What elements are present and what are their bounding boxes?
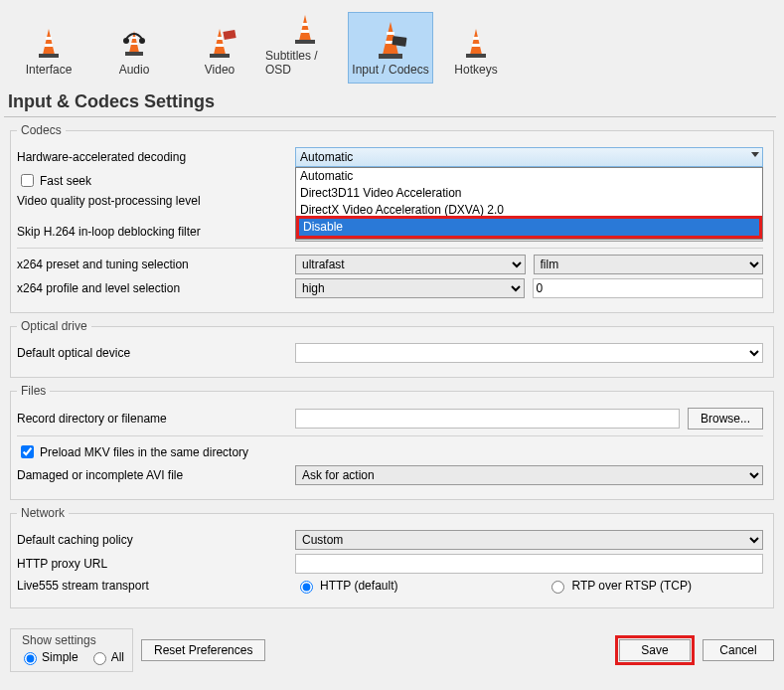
- svg-marker-0: [43, 29, 55, 55]
- svg-rect-7: [125, 52, 143, 56]
- fast-seek-checkbox-input[interactable]: [21, 174, 34, 187]
- live555-label: Live555 stream transport: [17, 579, 295, 593]
- svg-rect-3: [39, 54, 59, 58]
- tab-label: Interface: [26, 63, 73, 77]
- cone-card-icon: [370, 19, 411, 61]
- tab-video[interactable]: Video: [177, 18, 262, 84]
- svg-rect-27: [466, 54, 486, 58]
- group-legend: Network: [17, 506, 69, 520]
- svg-rect-2: [45, 44, 53, 47]
- footer: Show settings Simple All Reset Preferenc…: [0, 620, 784, 684]
- show-settings-simple-radio[interactable]: Simple: [19, 649, 78, 665]
- svg-rect-13: [210, 54, 230, 58]
- svg-rect-5: [131, 37, 137, 39]
- group-legend: Optical drive: [17, 319, 91, 333]
- hw-decode-popup: Automatic Direct3D11 Video Acceleration …: [295, 167, 763, 240]
- reset-preferences-button[interactable]: Reset Preferences: [141, 639, 265, 661]
- x264-profile-select[interactable]: high: [295, 278, 525, 298]
- x264-preset-label: x264 preset and tuning selection: [17, 258, 295, 271]
- svg-rect-20: [387, 32, 394, 35]
- group-codecs: Codecs Hardware-accelerated decoding Aut…: [10, 123, 774, 313]
- svg-marker-24: [470, 29, 482, 55]
- group-optical: Optical drive Default optical device: [10, 319, 774, 378]
- tab-subtitles-osd[interactable]: Subtitles / OSD: [262, 4, 348, 84]
- live555-http-radio-input[interactable]: [300, 581, 313, 594]
- tab-input-codecs[interactable]: Input / Codecs: [348, 12, 433, 84]
- svg-rect-14: [223, 30, 235, 40]
- hw-decode-label: Hardware-accelerated decoding: [17, 150, 295, 164]
- svg-rect-26: [472, 44, 480, 47]
- default-optical-label: Default optical device: [17, 346, 295, 360]
- preload-mkv-label: Preload MKV files in the same directory: [40, 445, 248, 459]
- tab-hotkeys[interactable]: Hotkeys: [433, 18, 519, 84]
- hw-decode-option-dxva2[interactable]: DirectX Video Acceleration (DXVA) 2.0: [296, 202, 762, 216]
- vqpp-label: Video quality post-processing level: [17, 194, 295, 208]
- preload-mkv-checkbox[interactable]: Preload MKV files in the same directory: [17, 442, 248, 461]
- default-optical-select[interactable]: [295, 343, 763, 363]
- record-dir-input[interactable]: [295, 409, 680, 429]
- live555-http-radio[interactable]: HTTP (default): [295, 578, 397, 594]
- tab-label: Input / Codecs: [352, 63, 428, 77]
- svg-rect-18: [295, 40, 315, 44]
- record-dir-label: Record directory or filename: [17, 412, 295, 426]
- tab-interface[interactable]: Interface: [6, 18, 91, 84]
- cone-icon: [458, 25, 494, 61]
- x264-preset-select[interactable]: ultrafast: [295, 255, 526, 274]
- svg-rect-16: [302, 23, 308, 26]
- group-legend: Codecs: [17, 123, 66, 137]
- chevron-down-icon: [751, 152, 759, 157]
- svg-point-8: [123, 38, 129, 44]
- skip-h264-label: Skip H.264 in-loop deblocking filter: [17, 225, 295, 239]
- show-settings-all-radio[interactable]: All: [88, 649, 124, 665]
- cone-headphones-icon: [116, 25, 152, 61]
- save-highlight: Save: [615, 635, 695, 665]
- x264-level-input[interactable]: [533, 278, 764, 298]
- group-files: Files Record directory or filename Brows…: [10, 384, 774, 500]
- fast-seek-checkbox[interactable]: Fast seek: [17, 171, 295, 190]
- proxy-label: HTTP proxy URL: [17, 557, 295, 571]
- svg-rect-6: [130, 43, 138, 45]
- caching-select[interactable]: Custom: [295, 530, 763, 550]
- category-toolbar: Interface Audio Video Subtitles / OSD In…: [0, 0, 784, 84]
- tab-label: Audio: [119, 63, 150, 77]
- svg-marker-15: [299, 15, 311, 41]
- cone-clapper-icon: [202, 25, 237, 61]
- browse-button[interactable]: Browse...: [688, 408, 763, 430]
- hw-decode-option-d3d11[interactable]: Direct3D11 Video Acceleration: [296, 185, 762, 202]
- svg-point-9: [139, 38, 145, 44]
- group-legend: Files: [17, 384, 50, 398]
- fast-seek-label: Fast seek: [40, 174, 91, 188]
- show-settings-legend: Show settings: [19, 633, 99, 647]
- tab-label: Hotkeys: [454, 63, 497, 77]
- tab-audio[interactable]: Audio: [91, 18, 177, 84]
- damaged-avi-select[interactable]: Ask for action: [295, 465, 763, 485]
- x264-profile-label: x264 profile and level selection: [17, 281, 295, 295]
- live555-rtp-radio-input[interactable]: [551, 581, 564, 594]
- proxy-input[interactable]: [295, 554, 763, 574]
- group-network: Network Default caching policy Custom HT…: [10, 506, 774, 608]
- cone-icon: [31, 25, 67, 61]
- x264-tune-select[interactable]: film: [534, 255, 764, 274]
- svg-rect-12: [216, 44, 224, 47]
- live555-rtp-radio[interactable]: RTP over RTSP (TCP): [547, 578, 691, 594]
- preload-mkv-checkbox-input[interactable]: [21, 445, 34, 458]
- hw-decode-value: Automatic: [300, 150, 353, 164]
- svg-rect-1: [46, 37, 52, 40]
- caching-label: Default caching policy: [17, 533, 295, 547]
- hw-decode-dropdown[interactable]: Automatic Automatic Direct3D11 Video Acc…: [295, 147, 763, 167]
- svg-rect-22: [379, 54, 402, 59]
- cone-icon: [287, 11, 323, 47]
- svg-rect-11: [217, 37, 223, 40]
- svg-rect-17: [301, 30, 309, 33]
- hw-decode-option-automatic[interactable]: Automatic: [296, 168, 762, 185]
- tab-label: Subtitles / OSD: [265, 49, 345, 77]
- page-title: Input & Codecs Settings: [4, 84, 776, 117]
- cancel-button[interactable]: Cancel: [703, 639, 774, 661]
- show-settings-box: Show settings Simple All: [10, 628, 133, 672]
- svg-rect-25: [473, 37, 479, 40]
- save-button[interactable]: Save: [619, 639, 691, 661]
- hw-decode-option-disable[interactable]: Disable: [296, 216, 762, 239]
- damaged-avi-label: Damaged or incomplete AVI file: [17, 468, 295, 482]
- tab-label: Video: [205, 63, 235, 77]
